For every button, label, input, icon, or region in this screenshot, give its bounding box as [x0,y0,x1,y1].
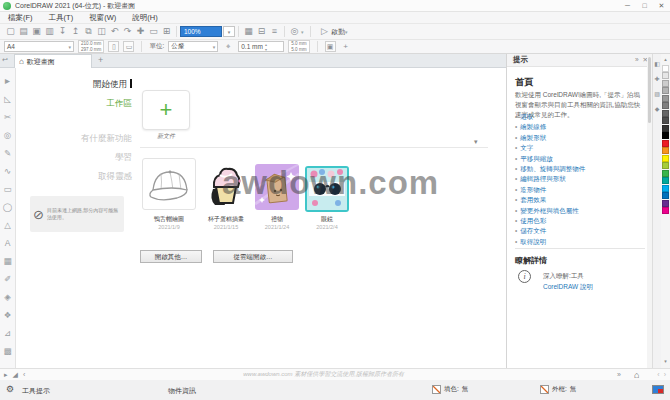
toolbar-icon[interactable]: ▣ [30,24,43,39]
toolbar-icon[interactable]: ↷ [121,24,134,39]
launch-button[interactable]: ▷ 啟動 ▾ [318,24,351,39]
menu-item[interactable]: 工具(T) [41,12,82,24]
toolbox-tool-icon[interactable]: ✎ [4,144,11,162]
hints-link[interactable]: 變更外框與填色屬性 [520,207,579,214]
toolbox-tool-icon[interactable]: ◈ [4,288,11,306]
hints-link[interactable]: 造形物件 [520,186,546,193]
corel-help-link[interactable]: CorelDRAW 說明 [543,283,593,292]
units-combo[interactable]: 公釐 ▾ [168,41,218,52]
spin-down-icon[interactable]: ▾ [265,47,267,52]
docker-tab-icon[interactable]: ◆ [655,105,660,120]
scroll-left-icon[interactable]: ‹ [657,371,659,378]
color-swatch[interactable] [662,185,669,192]
toolbar-icon[interactable]: ▭ [147,24,160,39]
toolbar-icon[interactable]: ⊟ [255,24,268,39]
color-swatch[interactable] [662,170,669,177]
hints-link[interactable]: 使用色彩 [520,217,546,224]
duplicate-distance-spinner[interactable]: 5.0 mm 5.0 mm [288,40,309,53]
docker-tab-icon[interactable]: ✚ [654,75,659,90]
color-swatch[interactable] [662,125,669,132]
color-swatch[interactable] [662,95,669,102]
page-size-combo[interactable]: A4 ▾ [4,41,74,52]
page-nav-icon[interactable]: ◢ [13,371,18,379]
tab-back-icon[interactable]: ↩ [2,56,8,64]
toolbox-tool-icon[interactable]: ► [3,72,11,90]
color-swatch[interactable] [662,110,669,117]
page-nav-icon[interactable]: ‹ [23,371,25,379]
docker-collapse-icon[interactable]: » [635,56,639,64]
hints-link[interactable]: 繪製形狀 [520,134,546,141]
toolbar-icon[interactable]: ↶ [108,24,121,39]
toolbar-icon[interactable]: ✚ [134,24,147,39]
page-dimensions-spinner[interactable]: 210.0 mm 297.0 mm [78,40,104,53]
nudge-distance-spinner[interactable]: 0.1 mm ▴▾ [238,41,284,52]
toolbox-tool-icon[interactable]: ◺ [4,90,11,108]
recent-thumbnail-cupcake[interactable] [205,163,247,209]
scroll-right-icon[interactable]: › [664,371,666,378]
landscape-button[interactable]: ▭ [123,41,134,52]
toolbox-tool-icon[interactable]: A [5,234,11,252]
docker-tab-icon[interactable]: ▨ [654,90,660,105]
toolbox-tool-icon[interactable]: ∿ [4,162,11,180]
color-swatch[interactable] [662,72,669,79]
color-swatch[interactable] [662,132,669,139]
minimize-button[interactable]: ─ [619,0,636,12]
menu-item[interactable]: 說明(H) [124,12,165,24]
toolbox-tool-icon[interactable]: ◯ [3,198,13,216]
recent-file-name[interactable]: 杯子蛋糕插畫 [198,215,254,224]
toolbox-tool-icon[interactable]: ▦ [3,252,11,270]
hints-link[interactable]: 儲存文件 [520,227,546,234]
hints-link[interactable]: 平移與縮放 [520,155,553,162]
color-swatch[interactable] [662,177,669,184]
color-swatch[interactable] [662,147,669,154]
tab-welcome-screen[interactable]: ⌂ 歡迎畫面 [14,54,92,68]
hints-link[interactable]: 選取 [520,113,533,120]
portrait-button[interactable]: ▯ [108,41,119,52]
welcome-nav-item[interactable]: 有什麼新功能 [16,132,132,151]
hints-link[interactable]: 套用效果 [520,196,546,203]
recent-file-name[interactable]: 鴨舌帽繪圖 [132,215,206,224]
color-swatch[interactable] [662,87,669,94]
gear-icon[interactable]: ⚙ [6,384,14,394]
zoom-level-combo[interactable]: 100% [180,26,222,37]
more-pages-icon[interactable]: » [617,371,621,378]
toolbox-tool-icon[interactable]: ⊿ [4,324,11,342]
maximize-button[interactable]: □ [636,0,653,12]
page-nav-icon[interactable]: ▸ [4,371,8,379]
toolbar-icon[interactable]: ↧ [56,24,69,39]
toolbox-tool-icon[interactable]: ✂ [4,108,11,126]
close-button[interactable]: ✕ [653,0,670,12]
open-other-button[interactable]: 開啟其他… [140,250,202,263]
hints-link[interactable]: 繪製線條 [520,123,546,130]
toolbar-icon[interactable]: ↥ [69,24,82,39]
color-swatch[interactable] [662,162,669,169]
color-swatch[interactable] [662,65,669,72]
toolbox-tool-icon[interactable]: ◎ [4,126,11,144]
color-swatch[interactable] [662,155,669,162]
toolbar-icon[interactable]: ◫ [95,24,108,39]
toolbox-tool-icon[interactable]: ▩ [3,342,11,360]
color-swatch[interactable] [662,140,669,147]
page-border-button[interactable]: ▣ [325,41,336,52]
welcome-nav-item[interactable]: 工作區 [16,97,132,116]
color-swatch[interactable] [662,80,669,87]
hints-link[interactable]: 取得說明 [520,238,546,245]
outline-status[interactable]: 外框: 無 [540,385,576,394]
palette-scroll-down-icon[interactable]: ▾ [664,358,667,366]
color-swatch[interactable] [662,117,669,124]
toolbar-icon[interactable]: ⧉ [82,24,95,39]
toolbar-icon[interactable]: ▢ [4,24,17,39]
new-document-tile[interactable]: + [142,90,190,130]
new-tab-button[interactable]: + [98,55,103,65]
menu-item[interactable]: 視窗(W) [81,12,124,24]
toolbar-icon[interactable]: ▥ [43,24,56,39]
welcome-nav-item[interactable]: 開始使用 [16,78,132,97]
recent-thumbnail-cap[interactable] [142,158,196,210]
menu-item[interactable]: 檔案(F) [0,12,41,24]
hints-link[interactable]: 文字 [520,144,533,151]
open-from-cloud-button[interactable]: 從雲端開啟… [213,250,293,263]
hints-link[interactable]: 編輯路徑與形狀 [520,175,566,182]
palette-scroll-up-icon[interactable]: ▴ [664,56,667,64]
welcome-nav-item[interactable]: 學習 [16,151,132,170]
zoom-tool-icon[interactable]: ◎ [288,24,301,39]
